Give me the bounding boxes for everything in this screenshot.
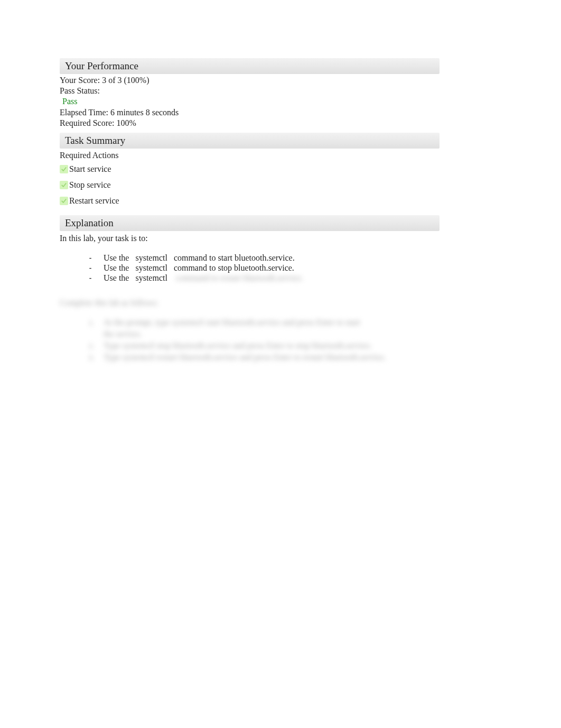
task-bullets: ⁃ Use thesystemctlcommand to start bluet…	[60, 243, 440, 283]
elapsed-time: Elapsed Time: 6 minutes 8 seconds	[60, 107, 440, 118]
list-item: 1. At the prompt, type systemctl start b…	[89, 317, 440, 328]
bullet-icon: ⁃	[89, 265, 104, 272]
task-summary-header: Task Summary	[60, 133, 440, 149]
action-label: Restart service	[69, 196, 119, 206]
blurred-text: command to restart bluetooth.service.	[176, 273, 303, 282]
bullet-text: Use thesystemctl command to restart blue…	[104, 273, 303, 283]
your-performance-header: Your Performance	[60, 58, 440, 74]
bullet-icon: ⁃	[89, 275, 104, 282]
action-label: Stop service	[69, 180, 111, 190]
step-text: Type systemctl restart bluetooth.service…	[104, 352, 386, 363]
list-item: ⁃ Use thesystemctl command to restart bl…	[89, 273, 440, 283]
explanation-intro: In this lab, your task is to:	[60, 232, 440, 243]
list-item: 2. Type systemctl stop bluetooth.service…	[89, 340, 440, 351]
step-number: 1.	[89, 319, 104, 327]
action-row: Restart service	[60, 194, 440, 208]
blurred-steps: 1. At the prompt, type systemctl start b…	[60, 308, 440, 363]
score-line: Your Score: 3 of 3 (100%)	[60, 75, 440, 86]
check-icon	[60, 165, 68, 173]
explanation-header: Explanation	[60, 215, 440, 231]
list-item: the service.	[89, 329, 440, 339]
list-item: 3. Type systemctl restart bluetooth.serv…	[89, 352, 440, 363]
list-item: ⁃ Use thesystemctlcommand to stop blueto…	[89, 263, 440, 273]
pass-status-label: Pass Status:	[60, 86, 440, 96]
blurred-region: Complete this lab as follows: 1. At the …	[60, 298, 440, 363]
step-number: 2.	[89, 343, 104, 351]
action-row: Stop service	[60, 178, 440, 192]
step-text: Type systemctl stop bluetooth.service an…	[104, 340, 372, 351]
required-actions-label: Required Actions	[60, 150, 440, 162]
check-icon	[60, 197, 68, 205]
lab-report: Your Performance Your Score: 3 of 3 (100…	[0, 0, 561, 363]
bullet-text: Use thesystemctlcommand to start bluetoo…	[104, 253, 295, 263]
action-row: Start service	[60, 162, 440, 176]
blurred-intro: Complete this lab as follows:	[60, 298, 440, 308]
step-text: the service.	[104, 329, 142, 339]
list-item: ⁃ Use thesystemctlcommand to start bluet…	[89, 253, 440, 263]
step-text: At the prompt, type systemctl start blue…	[104, 317, 360, 328]
step-number: 3.	[89, 354, 104, 362]
required-score: Required Score: 100%	[60, 118, 440, 128]
bullet-icon: ⁃	[89, 255, 104, 262]
pass-status-value: Pass	[60, 96, 440, 107]
action-label: Start service	[69, 164, 111, 174]
bullet-text: Use thesystemctlcommand to stop bluetoot…	[104, 263, 294, 273]
check-icon	[60, 181, 68, 189]
